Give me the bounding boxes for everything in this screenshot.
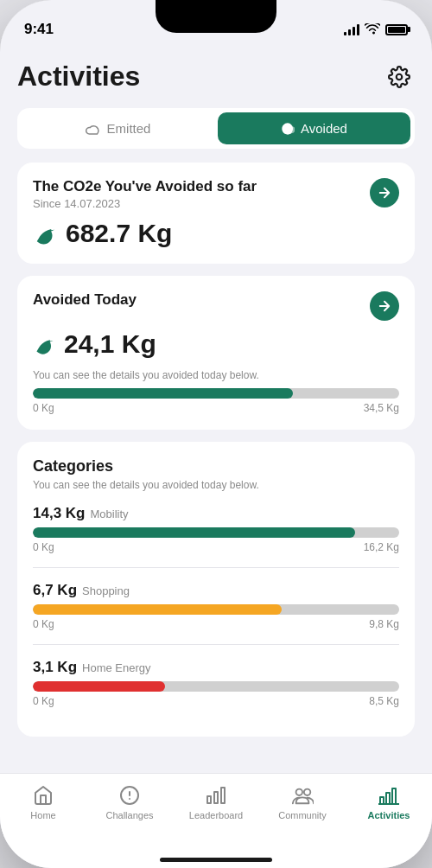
settings-button[interactable] <box>384 61 415 93</box>
today-progress-max: 34,5 Kg <box>364 402 399 414</box>
challenges-icon <box>118 784 141 807</box>
card-text: The CO2e You've Avoided so far Since 14.… <box>33 178 257 210</box>
avoided-card-subtitle: Since 14.07.2023 <box>33 197 257 210</box>
today-progress-fill <box>33 388 293 399</box>
avoided-today-card: Avoided Today 24,1 Kg You can see the de… <box>17 276 415 430</box>
today-detail-button[interactable] <box>370 291 399 321</box>
page-title: Activities <box>17 61 140 93</box>
nav-activities[interactable]: Activities <box>346 782 432 820</box>
svg-point-8 <box>304 789 310 795</box>
card-header: The CO2e You've Avoided so far Since 14.… <box>33 178 399 210</box>
category-mobility: 14,3 Kg Mobility 0 Kg 16,2 Kg <box>33 505 399 553</box>
home-energy-max: 8,5 Kg <box>369 695 399 707</box>
avoided-total-value: 682.7 Kg <box>66 219 172 248</box>
home-energy-label-row: 3,1 Kg Home Energy <box>33 659 399 676</box>
shopping-max: 9,8 Kg <box>369 618 399 630</box>
mobility-fill <box>33 527 355 538</box>
nav-leaderboard-label: Leaderboard <box>189 810 243 820</box>
avoided-label: Avoided <box>301 121 347 136</box>
svg-point-0 <box>397 73 403 80</box>
wifi-icon <box>365 23 380 35</box>
nav-community[interactable]: Community <box>259 782 346 820</box>
today-progress-labels: 0 Kg 34,5 Kg <box>33 402 399 414</box>
nav-challenges-label: Challanges <box>105 810 153 820</box>
svg-rect-5 <box>214 792 218 803</box>
today-card-header: Avoided Today <box>33 291 399 321</box>
emitted-tab[interactable]: Emitted <box>22 112 214 144</box>
divider-1 <box>33 567 399 568</box>
mobility-value: 14,3 Kg <box>33 505 85 522</box>
notch <box>156 0 276 33</box>
leaf-icon-today <box>33 332 57 356</box>
home-icon <box>32 784 54 807</box>
signal-icon <box>344 23 359 35</box>
today-progress-bar <box>33 388 399 399</box>
home-energy-name: Home Energy <box>82 661 150 674</box>
gear-icon <box>388 66 410 88</box>
avoided-detail-button[interactable] <box>370 178 399 207</box>
status-bar: 9:41 <box>0 0 432 47</box>
cloud-icon <box>86 123 101 135</box>
svg-point-7 <box>296 789 302 795</box>
shopping-name: Shopping <box>82 584 130 597</box>
today-card-title: Avoided Today <box>33 291 137 309</box>
phone-frame: 9:41 <box>0 0 432 868</box>
shopping-min: 0 Kg <box>33 618 54 630</box>
main-content: Activities Emitted <box>0 47 432 773</box>
leaderboard-icon <box>205 784 227 807</box>
arrow-right-icon <box>377 185 392 201</box>
toggle-bar: Emitted Avoided <box>17 108 415 149</box>
category-home-energy: 3,1 Kg Home Energy 0 Kg 8,5 Kg <box>33 659 399 707</box>
avoided-value-row: 682.7 Kg <box>33 219 399 248</box>
svg-rect-9 <box>380 797 384 804</box>
bottom-nav: Home Challanges <box>0 773 432 851</box>
home-energy-min: 0 Kg <box>33 695 54 707</box>
nav-leaderboard[interactable]: Leaderboard <box>173 782 259 820</box>
shopping-labels: 0 Kg 9,8 Kg <box>33 618 399 630</box>
nav-home[interactable]: Home <box>0 782 86 820</box>
nav-home-label: Home <box>30 810 55 820</box>
arrow-right-icon-today <box>377 298 392 314</box>
leaf-icon-tab <box>281 122 295 136</box>
mobility-label-row: 14,3 Kg Mobility <box>33 505 399 522</box>
page-header: Activities <box>17 61 415 93</box>
category-shopping: 6,7 Kg Shopping 0 Kg 9,8 Kg <box>33 582 399 630</box>
home-bar <box>160 858 272 862</box>
activities-icon <box>378 784 400 807</box>
home-energy-value: 3,1 Kg <box>33 659 77 676</box>
nav-challenges[interactable]: Challanges <box>86 782 173 820</box>
emitted-label: Emitted <box>107 121 151 136</box>
today-value: 24,1 Kg <box>64 329 156 359</box>
mobility-name: Mobility <box>90 507 128 520</box>
svg-rect-11 <box>392 788 396 804</box>
divider-2 <box>33 644 399 645</box>
leaf-icon-main <box>33 220 59 246</box>
mobility-progress-bar <box>33 527 399 538</box>
mobility-min: 0 Kg <box>33 541 54 553</box>
avoided-tab[interactable]: Avoided <box>218 112 410 144</box>
svg-rect-10 <box>386 793 390 804</box>
categories-card: Categories You can see the details you a… <box>17 442 415 737</box>
svg-rect-6 <box>207 796 211 803</box>
avoided-total-card: The CO2e You've Avoided so far Since 14.… <box>17 163 415 264</box>
shopping-label-row: 6,7 Kg Shopping <box>33 582 399 599</box>
today-progress-min: 0 Kg <box>33 402 54 414</box>
battery-icon <box>385 24 408 35</box>
community-icon <box>291 784 314 807</box>
today-value-row: 24,1 Kg <box>33 329 399 359</box>
status-time: 9:41 <box>24 21 54 38</box>
status-icons <box>344 23 408 35</box>
categories-title: Categories <box>33 457 399 475</box>
mobility-labels: 0 Kg 16,2 Kg <box>33 541 399 553</box>
home-energy-progress-bar <box>33 681 399 692</box>
shopping-value: 6,7 Kg <box>33 582 77 599</box>
mobility-max: 16,2 Kg <box>364 541 399 553</box>
shopping-fill <box>33 604 282 615</box>
today-progress: You can see the details you avoided toda… <box>33 369 399 414</box>
home-indicator <box>0 851 432 868</box>
nav-activities-label: Activities <box>368 810 410 820</box>
categories-desc: You can see the details you avoided toda… <box>33 479 399 491</box>
avoided-card-title: The CO2e You've Avoided so far <box>33 178 257 195</box>
screen: 9:41 <box>0 0 432 868</box>
home-energy-fill <box>33 681 165 692</box>
